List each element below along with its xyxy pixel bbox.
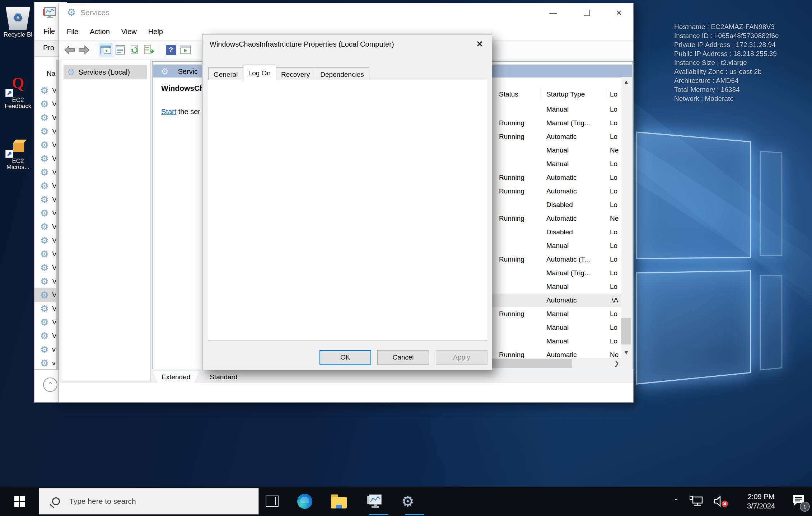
start-button[interactable] [0, 487, 39, 516]
system-info-line: Private IP Address : 172.31.28.94 [674, 40, 779, 49]
dialog-tab[interactable]: General [208, 67, 243, 81]
service-gear-icon: ⚙ [40, 304, 48, 313]
dialog-tab[interactable]: Log On [243, 65, 276, 81]
taskbar-search[interactable]: Type here to search [39, 488, 259, 515]
properties-dialog: WindowsChaosInfrastructure Properties (L… [202, 34, 492, 370]
edge-browser-icon[interactable] [297, 494, 312, 509]
menu-item[interactable]: View [121, 28, 137, 36]
volume-muted-icon[interactable] [713, 495, 729, 508]
performance-monitor-taskbar-icon[interactable] [365, 493, 383, 509]
column-startup-type: Startup Type [546, 90, 585, 98]
system-info-line: Network : Moderate [674, 94, 779, 103]
recycle-bin-icon: ♻ [5, 7, 31, 30]
performance-monitor-icon [42, 6, 57, 20]
service-gear-icon: ⚙ [40, 154, 48, 163]
service-gear-icon: ⚙ [40, 140, 48, 150]
back-button[interactable] [62, 43, 77, 57]
services-titlebar[interactable]: ⚙ Services — ✕ [59, 3, 633, 23]
toolbar-separator [95, 44, 95, 56]
search-placeholder: Type here to search [69, 497, 136, 506]
service-gear-icon: ⚙ [40, 263, 48, 272]
system-info-line: Availability Zone : us-east-2b [674, 67, 779, 76]
help-button[interactable]: ? [164, 43, 178, 57]
service-gear-icon: ⚙ [40, 358, 48, 368]
service-start-line: Start the ser [161, 108, 200, 116]
scrollbar-corner [621, 358, 632, 369]
system-info-overlay: Hostname : EC2AMAZ-FAN98V3Instance ID : … [674, 22, 779, 103]
scroll-right-icon[interactable]: ❯ [614, 358, 619, 369]
service-gear-icon: ⚙ [40, 249, 48, 259]
ok-button[interactable]: OK [319, 350, 371, 365]
pane-header-label: Servic [178, 67, 198, 76]
apply-button[interactable]: Apply [436, 350, 487, 365]
service-gear-icon: ⚙ [40, 181, 48, 191]
desktop: Hostname : EC2AMAZ-FAN98V3Instance ID : … [0, 0, 812, 516]
tray-chevron-up-icon[interactable]: ⌃ [673, 497, 679, 506]
show-console-tree-button[interactable] [99, 43, 113, 57]
vertical-scrollbar[interactable]: ▲ ▼ [621, 77, 632, 358]
desktop-icon-label: Recycle Bi [0, 32, 38, 38]
scroll-up-icon[interactable]: ▲ [621, 77, 632, 88]
task-view-icon[interactable] [266, 496, 279, 507]
menu-item[interactable]: File [67, 28, 78, 36]
taskbar: Type here to search ⚙ ⌃ [0, 487, 812, 516]
export-list-button[interactable] [142, 43, 156, 57]
service-gear-icon: ⚙ [40, 331, 48, 341]
network-icon[interactable] [689, 496, 704, 507]
file-explorer-icon[interactable] [331, 497, 347, 508]
clock-time: 2:09 PM [739, 492, 783, 501]
menu-item[interactable]: Action [90, 28, 110, 36]
background-menu-file[interactable]: File [43, 27, 55, 36]
tree-item-services-local[interactable]: ⚙ Services (Local) [64, 65, 147, 79]
forward-button[interactable] [77, 43, 91, 57]
clock-date: 3/7/2024 [739, 501, 783, 511]
chevron-up-icon[interactable]: ⌃ [43, 377, 57, 392]
system-info-line: Total Memory : 16384 [674, 85, 779, 94]
column-divider[interactable] [606, 88, 606, 100]
system-info-line: Instance Size : t2.xlarge [674, 58, 779, 67]
dialog-tab[interactable]: Recovery [276, 67, 315, 81]
services-taskbar-icon[interactable]: ⚙ [401, 494, 414, 508]
dialog-tab[interactable]: Dependencies [315, 67, 369, 81]
service-gear-icon: ⚙ [40, 195, 48, 204]
start-service-button[interactable] [178, 43, 192, 57]
column-log-on-as: Lo [610, 90, 617, 98]
service-gear-icon: ⚙ [40, 290, 48, 300]
console-tree-panel: ⚙ Services (Local) [61, 60, 151, 381]
view-tab[interactable]: Extended [152, 371, 200, 383]
refresh-button[interactable] [127, 43, 142, 57]
open-app-indicator [369, 514, 388, 515]
taskbar-clock[interactable]: 2:09 PM 3/7/2024 [739, 492, 783, 511]
minimize-button[interactable]: — [543, 6, 564, 20]
view-tab[interactable]: Standard [200, 371, 247, 383]
windows-logo-icon [14, 496, 25, 507]
properties-button[interactable] [113, 43, 127, 57]
desktop-icon-ec2-feedback[interactable]: Q ↗ EC2 Feedback [0, 75, 38, 109]
shortcut-arrow-icon: ↗ [5, 150, 13, 158]
menu-item[interactable]: Help [148, 28, 163, 36]
service-gear-icon: ⚙ [40, 222, 48, 231]
service-gear-icon: ⚙ [40, 113, 48, 122]
maximize-button[interactable] [576, 6, 597, 20]
hero-pane [760, 275, 782, 371]
desktop-icon-ec2-microsoft[interactable]: ↗ EC2 Micros... [0, 139, 38, 170]
column-divider[interactable] [541, 88, 541, 100]
scrollbar-thumb[interactable] [621, 318, 631, 344]
scroll-down-icon[interactable]: ▼ [621, 347, 632, 358]
hero-pane [760, 151, 782, 256]
dialog-close-icon[interactable]: ✕ [472, 38, 487, 50]
taskbar-icons: ⚙ [266, 487, 414, 516]
window-title: Services [80, 8, 109, 17]
dialog-tabs: GeneralLog OnRecoveryDependencies [208, 65, 369, 81]
system-info-line: Instance ID : i-065a48f5730882f6e [674, 31, 779, 40]
open-app-indicator [405, 514, 424, 515]
dialog-title: WindowsChaosInfrastructure Properties (L… [210, 40, 394, 48]
start-service-link[interactable]: Start [161, 108, 176, 116]
column-status: Status [499, 90, 518, 98]
service-gear-icon: ⚙ [40, 277, 48, 286]
cancel-button[interactable]: Cancel [377, 350, 429, 365]
desktop-icon-recycle-bin[interactable]: ♻ Recycle Bi [0, 7, 38, 38]
close-button[interactable]: ✕ [608, 6, 629, 20]
action-center-icon[interactable]: 1 [792, 494, 806, 508]
service-gear-icon: ⚙ [40, 208, 48, 218]
